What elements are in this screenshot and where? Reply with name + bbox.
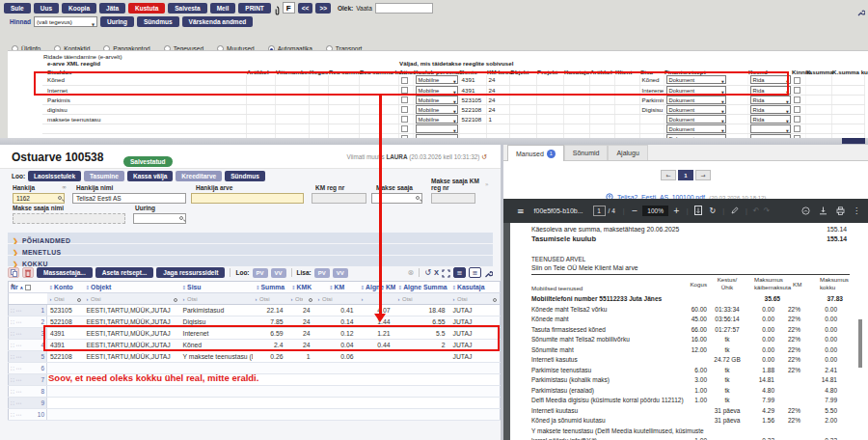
kinnita-checkbox[interactable]	[794, 125, 800, 132]
dense-view-icon[interactable]: ≡	[453, 267, 466, 278]
rea-summa-cell[interactable]	[328, 114, 359, 124]
signature-icon[interactable]	[801, 206, 810, 216]
download-icon[interactable]	[819, 206, 827, 216]
retsept-select[interactable]: Dokument	[666, 124, 726, 133]
retsept-select[interactable]: Dokument	[666, 115, 726, 124]
undo-icon[interactable]: ↺	[424, 267, 431, 278]
section-pohiandmed[interactable]: ❯PÕHIANDMED	[8, 233, 493, 243]
personal-select[interactable]: Mobiilne	[416, 75, 458, 84]
viitenumber-cell[interactable]	[275, 85, 309, 95]
koopia-button[interactable]: Koopia	[62, 3, 96, 14]
zoom-in-icon[interactable]: +	[673, 206, 680, 215]
col-kasutaja[interactable]: ↕Kasutaja	[450, 282, 501, 293]
section-kokku[interactable]: ❯KOKKU	[8, 256, 493, 266]
rea-summa-kuni-cell[interactable]	[359, 104, 398, 114]
sundmus-create-button[interactable]: Sündmus	[225, 171, 265, 181]
settings-icon[interactable]	[857, 3, 865, 20]
pdf-scrollbar[interactable]	[858, 319, 862, 368]
rea-summa-cell[interactable]	[328, 124, 359, 133]
col-algne-km[interactable]: ↕Algne KM	[359, 282, 395, 293]
tasumine-button[interactable]: Tasumine	[84, 171, 124, 181]
retsept-select[interactable]: Dokument	[666, 96, 726, 104]
col-km[interactable]: ↕KM	[315, 282, 359, 293]
rea-summa-kuni-cell[interactable]	[359, 75, 398, 85]
viitenumber-cell[interactable]	[275, 124, 309, 133]
tab-manused[interactable]: Manused1	[507, 145, 564, 161]
sule-button[interactable]: Sule	[4, 3, 31, 14]
grid-settings-icon[interactable]	[484, 264, 493, 282]
kmk-search[interactable]: › Otsi	[288, 293, 315, 305]
sisu-search[interactable]: › Otsi	[180, 293, 253, 305]
retsept-select[interactable]: Dokument	[666, 86, 726, 95]
pdf-page-input[interactable]: 1	[593, 206, 606, 216]
rea-summa-cell[interactable]	[328, 75, 359, 85]
artikkel-cell[interactable]	[246, 124, 275, 133]
makse-saaja-input[interactable]	[371, 193, 422, 204]
next-button[interactable]: >>	[315, 3, 331, 14]
kasutaja-search[interactable]: › Otsi	[450, 293, 501, 305]
hankija-arve-input[interactable]	[191, 193, 304, 204]
koond-select[interactable]: Rida	[750, 105, 791, 114]
kinnita-checkbox[interactable]	[794, 87, 800, 94]
ainus-checkbox[interactable]	[401, 116, 408, 123]
rea-summa-kuni-cell[interactable]	[359, 114, 398, 124]
search-icon[interactable]	[179, 216, 183, 220]
objekt-search[interactable]: › Otsi	[84, 293, 180, 305]
viitenumber-cell[interactable]	[275, 114, 309, 124]
pdf-menu-icon[interactable]: ≡	[517, 206, 525, 216]
prev-page-button[interactable]: ←	[661, 170, 676, 180]
artikkel-cell[interactable]	[246, 114, 275, 124]
kinnita-checkbox[interactable]	[794, 77, 800, 84]
meil-button[interactable]: Meil	[210, 3, 236, 14]
viitenumber-cell[interactable]	[275, 95, 309, 104]
summa-search[interactable]: › Otsi	[253, 293, 288, 305]
invoice-row[interactable]: ∷ ⋯5 522108 EESTI,TARTU,MÜÜK,JUTAJ Y mak…	[9, 351, 501, 363]
rea-summa-cell[interactable]	[328, 104, 359, 114]
laosissetulek-button[interactable]: Laosissetulek	[28, 171, 81, 181]
kinnita-checkbox[interactable]	[794, 96, 800, 103]
personal-select[interactable]: Mobiilne	[416, 86, 458, 95]
rea-summa-cell[interactable]	[328, 85, 359, 95]
aseta-retsept-button[interactable]: Aseta retsept...	[95, 267, 154, 278]
lisa-vv-button[interactable]: VV	[333, 268, 348, 278]
personal-select[interactable]	[416, 124, 458, 133]
rea-summa-kuni-cell[interactable]	[359, 95, 398, 104]
kogus-cell[interactable]	[309, 95, 328, 104]
kogus-cell[interactable]	[309, 124, 328, 133]
ainus-checkbox[interactable]	[401, 106, 408, 113]
kassa-valja-button[interactable]: Kassa välja	[127, 171, 173, 181]
hankija-nimi-input[interactable]: Telisa2 Eesti AS	[72, 193, 186, 204]
rea-summa-kuni-cell[interactable]	[359, 85, 398, 95]
ainus-checkbox[interactable]	[401, 96, 408, 103]
fit-page-icon[interactable]	[694, 206, 702, 216]
uus-button[interactable]: Uus	[34, 3, 59, 14]
rotate-icon[interactable]: ↻	[709, 206, 716, 215]
invoice-row[interactable]: ∷ ⋯1 523105 EESTI,TARTU,MÜÜK,JUTAJ Parki…	[9, 305, 501, 316]
current-page-button[interactable]: 1	[678, 170, 693, 180]
varskenda-button[interactable]: Värskenda andmed	[182, 16, 254, 27]
artikkel-cell[interactable]	[246, 75, 275, 85]
expand-fields-icon[interactable]: »	[485, 180, 489, 187]
delete-rows-icon[interactable]	[22, 267, 34, 278]
uuring-input[interactable]	[133, 213, 186, 224]
koond-select[interactable]: Rida	[750, 96, 791, 104]
excel-icon[interactable]: X	[434, 268, 439, 277]
retsept-select[interactable]: Dokument	[666, 75, 726, 84]
tab-sonumid[interactable]: Sõnumid	[564, 145, 609, 160]
tab-ajalugu[interactable]: Ajalugu	[608, 145, 647, 160]
rea-summa-cell[interactable]	[328, 95, 359, 104]
algne-km-search[interactable]: ›	[359, 293, 395, 305]
kogus-cell[interactable]	[309, 85, 328, 95]
personal-select[interactable]: Mobiilne	[416, 115, 458, 124]
viitenumber-cell[interactable]	[275, 104, 309, 114]
col-nr[interactable]: Nr ∧	[9, 282, 47, 293]
col-summa[interactable]: ↕Summa	[253, 282, 288, 293]
action-select[interactable]: (vali tegevus)	[34, 16, 97, 27]
uuring-button[interactable]: Uuring	[100, 16, 134, 27]
print-button[interactable]: PRINT	[238, 3, 271, 14]
select-all-checkbox[interactable]	[25, 285, 31, 290]
algne-summa-search[interactable]: › Otsi	[395, 293, 450, 305]
link-icon[interactable]: ∞	[62, 183, 67, 190]
more-options-icon[interactable]: ⋮	[853, 206, 860, 215]
artikkel-cell[interactable]	[246, 95, 275, 104]
